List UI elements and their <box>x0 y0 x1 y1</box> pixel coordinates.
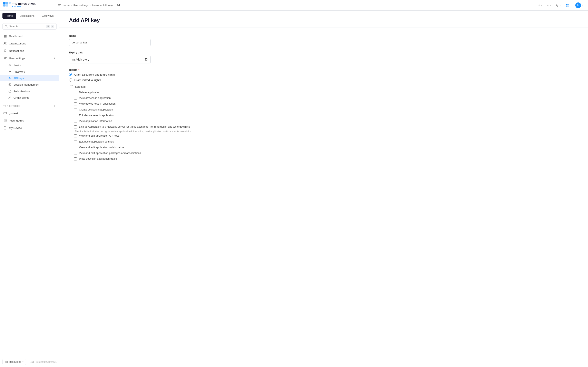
sidebar-toggle-icon <box>58 4 61 7</box>
checkbox-edit-basic-settings-label: Edit basic application settings <box>79 140 114 143</box>
sidebar-item-authorizations[interactable]: Authorizations <box>0 88 59 94</box>
navbar-actions: + ▾ ☆ ▾ ▾ ▾ U ▾ <box>536 1 585 9</box>
user-menu-button[interactable]: U ▾ <box>573 1 585 9</box>
search-box[interactable]: ⌘ K <box>2 23 57 30</box>
top-entities-add-button[interactable]: + <box>54 104 56 108</box>
checkbox-link-app-input[interactable] <box>74 125 77 128</box>
sidebar-item-gw-test[interactable]: gw-test <box>0 109 59 117</box>
sidebar-password-label: Password <box>13 70 25 73</box>
sidebar-item-my-device[interactable]: My Device <box>0 124 59 132</box>
checkbox-edit-device-keys[interactable]: Edit device keys in application <box>70 113 192 118</box>
checkbox-view-device-keys-input[interactable] <box>74 102 77 105</box>
svg-point-35 <box>9 97 10 98</box>
checkbox-view-edit-collaborators-input[interactable] <box>74 146 77 149</box>
tab-gateways[interactable]: Gateways <box>39 13 57 19</box>
radio-option-all[interactable]: Grant all current and future rights <box>69 73 192 76</box>
sidebar-item-api-keys[interactable]: API keys <box>0 75 59 81</box>
sidebar-session-label: Session management <box>13 83 39 86</box>
sidebar-gw-test-label: gw-test <box>9 112 18 115</box>
svg-rect-32 <box>9 83 11 86</box>
rights-field-group: Rights * Grant all current and future ri… <box>69 68 192 162</box>
users-icon <box>3 42 7 45</box>
sidebar-item-notifications[interactable]: Notifications <box>0 47 59 54</box>
checkbox-create-devices-input[interactable] <box>74 108 77 111</box>
svg-rect-9 <box>557 6 558 7</box>
sidebar-item-oauth-clients[interactable]: OAuth clients <box>0 94 59 101</box>
radio-all-input[interactable] <box>69 73 72 76</box>
expiry-field-group: Expiry date <box>69 51 192 63</box>
resources-icon <box>5 361 8 363</box>
breadcrumb-sep-1: › <box>71 4 72 7</box>
breadcrumb: Home › User settings › Personal API keys… <box>62 4 536 7</box>
select-all-label: Select all <box>75 85 86 88</box>
key-icon <box>8 76 11 80</box>
checkbox-create-devices[interactable]: Create devices in application <box>70 107 192 113</box>
checkbox-delete-app-input[interactable] <box>74 91 77 94</box>
checkbox-view-edit-packages[interactable]: View and edit application packages and a… <box>70 150 192 156</box>
checkbox-view-app-info-input[interactable] <box>74 120 77 123</box>
sidebar-item-password[interactable]: ••• Password <box>0 68 59 75</box>
checkbox-view-edit-api-keys-input[interactable] <box>74 134 77 137</box>
checkbox-view-devices[interactable]: View devices in application <box>70 95 192 101</box>
checkbox-link-app[interactable]: Link as Application to a Network Server … <box>70 124 192 130</box>
session-icon <box>8 83 11 86</box>
logo: THE THINGS STACK CLOUD <box>3 2 62 9</box>
sidebar-item-organizations[interactable]: Organizations <box>0 40 59 47</box>
tab-home[interactable]: Home <box>2 13 16 19</box>
bookmarks-button[interactable]: ☆ ▾ <box>545 2 553 8</box>
expiry-input[interactable] <box>69 56 151 63</box>
select-all-checkbox[interactable] <box>70 85 73 88</box>
sidebar-testing-area-label: Testing Area <box>9 119 24 122</box>
svg-rect-5 <box>58 4 61 5</box>
checkbox-delete-app[interactable]: Delete application <box>70 90 192 95</box>
sidebar-item-testing-area[interactable]: Testing Area <box>0 117 59 124</box>
checkbox-write-downlink-input[interactable] <box>74 157 77 160</box>
search-key-cmd: ⌘ <box>46 25 50 28</box>
add-button[interactable]: + ▾ <box>536 2 544 8</box>
svg-rect-6 <box>58 5 60 6</box>
resources-button[interactable]: Resources ▾ <box>2 359 26 365</box>
checkbox-edit-basic-settings-input[interactable] <box>74 140 77 143</box>
dashboard-chevron-icon: ▾ <box>570 4 571 6</box>
breadcrumb-home[interactable]: Home <box>62 4 70 7</box>
svg-rect-18 <box>4 36 5 38</box>
checkbox-edit-basic-settings[interactable]: Edit basic application settings <box>70 139 192 145</box>
name-input[interactable] <box>69 39 151 46</box>
sidebar-authorizations-label: Authorizations <box>13 90 30 93</box>
dashboard-button[interactable]: ▾ <box>563 2 572 8</box>
collapse-sidebar-button[interactable] <box>57 3 62 8</box>
sidebar-item-profile[interactable]: Profile <box>0 62 59 68</box>
svg-rect-2 <box>3 4 6 7</box>
breadcrumb-sep-2: › <box>90 4 90 7</box>
checkbox-view-edit-collaborators-label: View and edit application collaborators <box>79 146 124 149</box>
navbar: THE THINGS STACK CLOUD Home › User setti… <box>0 0 588 11</box>
svg-point-20 <box>4 42 5 43</box>
checkbox-write-downlink[interactable]: Write downlink application traffic <box>70 156 192 162</box>
breadcrumb-user-settings[interactable]: User settings <box>73 4 88 7</box>
checkbox-view-device-keys[interactable]: View device keys in application <box>70 101 192 107</box>
oauth-icon <box>8 96 11 99</box>
sidebar-item-dashboard[interactable]: Dashboard <box>0 33 59 40</box>
svg-point-33 <box>9 84 10 85</box>
tab-applications[interactable]: Applications <box>17 13 38 19</box>
checkbox-view-edit-packages-label: View and edit application packages and a… <box>79 151 141 155</box>
checkbox-view-devices-input[interactable] <box>74 97 77 100</box>
radio-all-label: Grant all current and future rights <box>74 73 115 76</box>
checkbox-view-edit-collaborators[interactable]: View and edit application collaborators <box>70 145 192 150</box>
radio-individual-input[interactable] <box>69 78 72 82</box>
sidebar: Home Applications Gateways ⌘ K Dashboard <box>0 11 59 367</box>
svg-point-44 <box>5 128 5 129</box>
notifications-button[interactable]: ▾ <box>554 2 563 8</box>
sidebar-profile-label: Profile <box>13 64 21 67</box>
checkbox-view-app-info[interactable]: View application information <box>70 118 192 124</box>
search-input[interactable] <box>9 25 44 28</box>
select-all-option[interactable]: Select all <box>70 84 192 90</box>
checkbox-view-edit-api-keys[interactable]: View and edit application API keys <box>70 133 192 139</box>
sidebar-item-user-settings[interactable]: User settings ▲ <box>0 54 59 62</box>
user-chevron-icon: ▾ <box>582 4 583 6</box>
checkbox-edit-device-keys-input[interactable] <box>74 114 77 117</box>
checkbox-view-edit-packages-input[interactable] <box>74 152 77 155</box>
breadcrumb-api-keys[interactable]: Personal API keys <box>92 4 113 7</box>
sidebar-item-session-management[interactable]: Session management <box>0 81 59 88</box>
radio-option-individual[interactable]: Grant individual rights <box>69 78 192 82</box>
